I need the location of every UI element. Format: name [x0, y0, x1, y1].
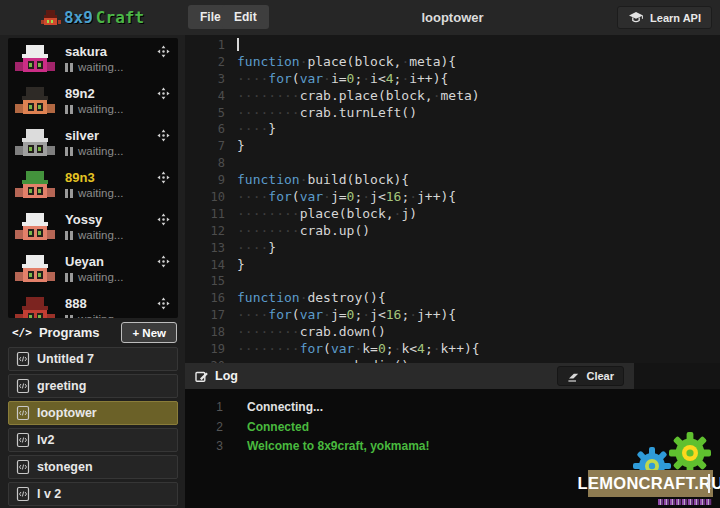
player-row[interactable]: Ueyanwaiting... [8, 248, 178, 290]
line-number: 3 [185, 71, 225, 88]
log-message: Connecting... [247, 398, 323, 418]
code-line[interactable] [237, 37, 720, 54]
programs-title: Programs [39, 325, 100, 340]
code-brackets-icon: </> [12, 326, 32, 339]
logo-text-8x9: 8x9 [64, 8, 93, 27]
log-message: Welcome to 8x9craft, yokmama! [247, 437, 430, 457]
programs-header: </> Programs + New [0, 318, 185, 347]
code-line[interactable]: function·place(block,·meta){ [237, 54, 720, 71]
pause-icon [65, 231, 73, 240]
program-label: looptower [37, 406, 97, 420]
line-number: 4 [185, 88, 225, 105]
line-number: 7 [185, 138, 225, 155]
program-item-selected[interactable]: looptower [8, 401, 178, 425]
program-item[interactable]: greeting [8, 374, 178, 398]
code-editor[interactable]: 1234567891011121314151617181920 function… [185, 35, 720, 363]
new-program-button[interactable]: + New [121, 322, 177, 343]
line-number: 9 [185, 172, 225, 189]
code-line[interactable]: function·destroy(){ [237, 290, 720, 307]
line-number: 6 [185, 121, 225, 138]
code-line[interactable]: ········crab.down() [237, 324, 720, 341]
log-line-number: 3 [185, 437, 223, 457]
log-entry: 1Connecting... [185, 398, 720, 418]
pause-icon [65, 273, 73, 282]
code-line[interactable] [237, 155, 720, 172]
player-avatar [14, 212, 56, 243]
watermark-text: LEMONCRAFT.RU [578, 474, 720, 493]
player-name: Ueyan [65, 255, 123, 269]
clear-label: Clear [586, 370, 614, 382]
code-line[interactable]: } [237, 138, 720, 155]
locate-icon[interactable] [157, 87, 170, 100]
player-row[interactable]: sakurawaiting... [8, 38, 178, 80]
program-file-icon [16, 378, 30, 394]
locate-icon[interactable] [157, 171, 170, 184]
code-line[interactable]: ········crab.place(block,·meta) [237, 88, 720, 105]
code-line[interactable]: ········place(block,·j) [237, 206, 720, 223]
learn-api-label: Learn API [650, 12, 701, 24]
locate-icon[interactable] [157, 129, 170, 142]
code-line[interactable]: ····for(var·j=0;·j<16;·j++){ [237, 307, 720, 324]
logo-text-craft: Craft [96, 8, 144, 27]
code-line[interactable]: ········crab.up() [237, 223, 720, 240]
player-row[interactable]: 89n2waiting... [8, 80, 178, 122]
code-lines[interactable]: function·place(block,·meta){····for(var·… [237, 37, 720, 363]
log-message: Connected [247, 418, 309, 438]
app-logo: 8x9 Craft [0, 0, 185, 35]
player-row[interactable]: Yossywaiting... [8, 206, 178, 248]
line-number: 12 [185, 223, 225, 240]
program-label: stonegen [37, 460, 93, 474]
text-cursor [237, 38, 239, 51]
locate-icon[interactable] [157, 255, 170, 268]
pause-icon [65, 189, 73, 198]
code-line[interactable]: function·build(block){ [237, 172, 720, 189]
player-avatar [14, 86, 56, 117]
robot-arm [58, 20, 61, 24]
program-item[interactable]: Untitled 7 [8, 347, 178, 371]
player-row[interactable]: silverwaiting... [8, 122, 178, 164]
locate-icon[interactable] [157, 213, 170, 226]
program-item[interactable]: stonegen [8, 455, 178, 479]
edit-menu-button[interactable]: Edit [222, 5, 269, 29]
line-number: 19 [185, 341, 225, 358]
locate-icon[interactable] [157, 45, 170, 58]
player-row[interactable]: 89n3waiting... [8, 164, 178, 206]
code-line[interactable]: ····} [237, 121, 720, 138]
program-item[interactable]: l v 2 [8, 482, 178, 506]
code-line[interactable]: ····for(var·j=0;·j<16;·j++){ [237, 189, 720, 206]
program-item[interactable]: lv2 [8, 428, 178, 452]
player-status: waiting... [65, 187, 123, 199]
code-line[interactable]: } [237, 257, 720, 274]
log-title: Log [215, 369, 238, 383]
menu-bar: looptower File Edit Learn API [185, 0, 720, 35]
line-number: 16 [185, 290, 225, 307]
program-label: lv2 [37, 433, 54, 447]
player-name: 89n2 [65, 87, 123, 101]
program-file-icon [16, 432, 30, 448]
sidebar: sakurawaiting...89n2waiting...silverwait… [0, 35, 185, 508]
player-row[interactable]: 888waiting... [8, 290, 178, 318]
code-line[interactable]: ····for(var·i=0;·i<4;·i++){ [237, 71, 720, 88]
player-avatar [14, 170, 56, 201]
player-status: waiting... [65, 145, 123, 157]
player-name: silver [65, 129, 123, 143]
player-name: 888 [65, 297, 123, 311]
watermark-small-print [658, 499, 712, 505]
clear-log-button[interactable]: Clear [557, 366, 624, 386]
line-number: 15 [185, 273, 225, 290]
player-name: 89n3 [65, 171, 123, 185]
program-label: l v 2 [37, 487, 61, 501]
player-avatar [14, 296, 56, 319]
code-line[interactable] [237, 273, 720, 290]
code-line[interactable]: ········crab.turnLeft() [237, 105, 720, 122]
code-line[interactable]: ····} [237, 240, 720, 257]
line-number: 13 [185, 240, 225, 257]
line-number: 18 [185, 324, 225, 341]
learn-api-button[interactable]: Learn API [617, 6, 712, 29]
code-line[interactable]: ········for(var·k=0;·k<4;·k++){ [237, 341, 720, 358]
line-number: 5 [185, 105, 225, 122]
program-file-icon [16, 486, 30, 502]
line-number: 11 [185, 206, 225, 223]
log-header: Log Clear [185, 363, 634, 389]
locate-icon[interactable] [157, 297, 170, 310]
